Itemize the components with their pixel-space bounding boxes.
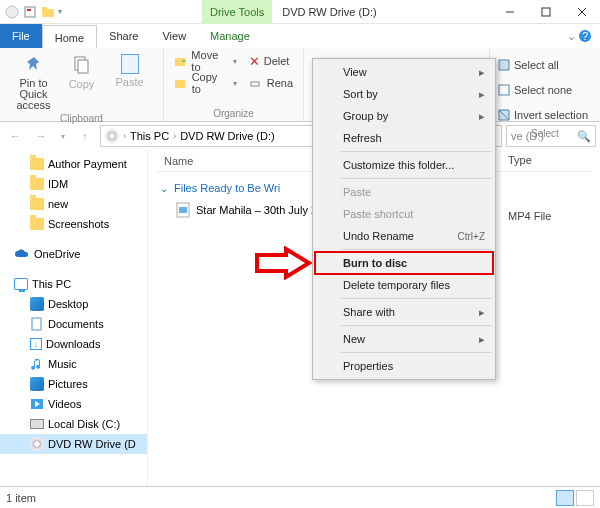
folder-icon <box>30 178 44 190</box>
ctx-view[interactable]: View▸ <box>315 61 493 83</box>
view-switch <box>556 490 594 506</box>
tree-item-idm[interactable]: IDM <box>0 174 147 194</box>
cloud-icon <box>14 248 30 260</box>
ctx-refresh[interactable]: Refresh <box>315 127 493 149</box>
submenu-arrow-icon: ▸ <box>479 306 485 319</box>
folder-icon <box>30 218 44 230</box>
select-none-button[interactable]: Select none <box>498 79 588 101</box>
back-button[interactable]: ← <box>4 125 26 147</box>
ctx-properties[interactable]: Properties <box>315 355 493 377</box>
select-group-label: Select <box>531 126 559 141</box>
tree-item-desktop[interactable]: Desktop <box>0 294 147 314</box>
tree-item-onedrive[interactable]: OneDrive <box>0 244 147 264</box>
tree-item-music[interactable]: Music <box>0 354 147 374</box>
recent-locations-button[interactable]: ▾ <box>56 125 70 147</box>
chevron-down-icon[interactable]: ⌄ <box>160 183 168 194</box>
new-folder-icon[interactable] <box>40 4 56 20</box>
search-icon: 🔍 <box>577 130 591 143</box>
breadcrumb-drive[interactable]: DVD RW Drive (D:) <box>180 130 275 142</box>
selectnone-icon <box>498 84 510 96</box>
maximize-button[interactable] <box>528 0 564 24</box>
menu-separator <box>341 151 492 152</box>
minimize-button[interactable] <box>492 0 528 24</box>
icons-view-button[interactable] <box>576 490 594 506</box>
copy-button[interactable]: Copy <box>58 50 106 111</box>
select-all-button[interactable]: Select all <box>498 54 588 76</box>
move-to-button[interactable]: Move to▾ <box>168 50 243 72</box>
svg-rect-16 <box>499 60 509 70</box>
copy-label: Copy <box>69 78 95 90</box>
ctx-groupby[interactable]: Group by▸ <box>315 105 493 127</box>
paste-button[interactable]: Paste <box>106 50 154 111</box>
navigation-tree[interactable]: Author Payment IDM new Screenshots OneDr… <box>0 150 148 486</box>
tab-view[interactable]: View <box>150 24 198 48</box>
pc-icon <box>14 278 28 290</box>
ctx-sortby[interactable]: Sort by▸ <box>315 83 493 105</box>
tab-file[interactable]: File <box>0 24 42 48</box>
window-title: DVD RW Drive (D:) <box>272 6 377 18</box>
menu-separator <box>341 249 492 250</box>
title-bar: ▾ Drive Tools DVD RW Drive (D:) <box>0 0 600 24</box>
pin-quick-access-button[interactable]: Pin to Quick access <box>10 50 58 111</box>
col-name[interactable]: Name <box>164 155 193 167</box>
copyto-icon <box>174 76 188 90</box>
ctx-burn-to-disc[interactable]: Burn to disc <box>315 252 493 274</box>
ctx-new[interactable]: New▸ <box>315 328 493 350</box>
tree-item-videos[interactable]: Videos <box>0 394 147 414</box>
ribbon-help: ⌄ ? <box>567 24 600 48</box>
qat-dropdown-icon[interactable]: ▾ <box>58 7 62 16</box>
col-type[interactable]: Type <box>508 154 532 166</box>
properties-icon[interactable] <box>22 4 38 20</box>
submenu-arrow-icon: ▸ <box>479 88 485 101</box>
tree-item-new[interactable]: new <box>0 194 147 214</box>
ctx-undo-rename[interactable]: Undo RenameCtrl+Z <box>315 225 493 247</box>
move-icon <box>174 54 187 68</box>
invert-selection-button[interactable]: Invert selection <box>498 104 588 126</box>
ctx-delete-temp[interactable]: Delete temporary files <box>315 274 493 296</box>
collapse-ribbon-icon[interactable]: ⌄ <box>567 30 576 43</box>
tab-home[interactable]: Home <box>42 25 97 49</box>
tree-item-screenshots[interactable]: Screenshots <box>0 214 147 234</box>
tree-item-thispc[interactable]: This PC <box>0 274 147 294</box>
forward-button[interactable]: → <box>30 125 52 147</box>
svg-rect-6 <box>542 8 550 16</box>
tree-item-pictures[interactable]: Pictures <box>0 374 147 394</box>
videos-icon <box>30 398 44 410</box>
clipboard-group-label: Clipboard <box>60 111 103 126</box>
help-icon[interactable]: ? <box>578 29 592 43</box>
disc-icon <box>30 437 44 451</box>
svg-rect-17 <box>499 85 509 95</box>
chevron-right-icon[interactable]: › <box>123 131 126 141</box>
ctx-customize[interactable]: Customize this folder... <box>315 154 493 176</box>
close-button[interactable] <box>564 0 600 24</box>
tab-manage[interactable]: Manage <box>198 24 262 48</box>
tree-item-localdisk[interactable]: Local Disk (C:) <box>0 414 147 434</box>
chevron-right-icon[interactable]: › <box>173 131 176 141</box>
ctx-paste-shortcut: Paste shortcut <box>315 203 493 225</box>
details-view-button[interactable] <box>556 490 574 506</box>
tree-item-dvd[interactable]: DVD RW Drive (D <box>0 434 147 454</box>
ctx-sharewith[interactable]: Share with▸ <box>315 301 493 323</box>
up-button[interactable]: ↑ <box>74 125 96 147</box>
ribbon-tabs: File Home Share View Manage ⌄ ? <box>0 24 600 48</box>
copy-to-button[interactable]: Copy to▾ <box>168 72 243 94</box>
rename-button[interactable]: Rena <box>243 72 299 94</box>
video-file-icon <box>176 202 190 218</box>
delete-button[interactable]: ✕Delet <box>243 50 299 72</box>
tree-item-documents[interactable]: Documents <box>0 314 147 334</box>
keyboard-shortcut: Ctrl+Z <box>458 231 486 242</box>
drive-icon <box>105 129 119 143</box>
breadcrumb-thispc[interactable]: This PC <box>130 130 169 142</box>
tree-item-downloads[interactable]: ↓Downloads <box>0 334 147 354</box>
tree-item-authorpayments[interactable]: Author Payment <box>0 154 147 174</box>
app-icon <box>4 4 20 20</box>
svg-rect-13 <box>175 58 185 66</box>
annotation-arrow-icon <box>254 246 312 280</box>
tab-share[interactable]: Share <box>97 24 150 48</box>
folder-icon <box>30 198 44 210</box>
file-name: Star Mahila – 30th July 20 <box>196 204 323 216</box>
svg-rect-12 <box>78 60 88 73</box>
svg-rect-18 <box>32 318 41 330</box>
svg-point-0 <box>6 6 18 18</box>
ribbon: Pin to Quick access Copy Paste Clipboard… <box>0 48 600 122</box>
